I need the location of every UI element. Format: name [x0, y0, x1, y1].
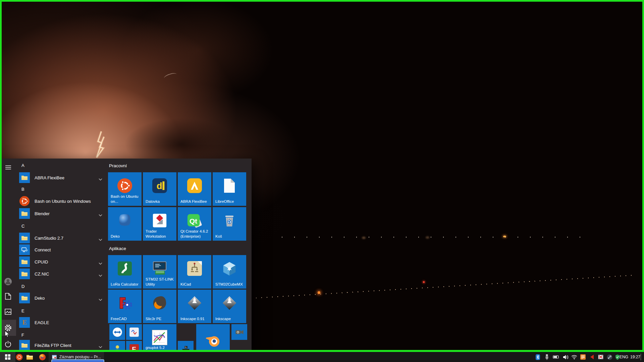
folder-icon — [19, 233, 30, 243]
language-indicator[interactable]: ENG — [618, 352, 630, 362]
app-list-item[interactable]: CZ.NIC — [19, 268, 103, 280]
firefox-icon — [39, 354, 46, 361]
chevron-down-icon[interactable] — [99, 272, 102, 278]
tile-camera[interactable] — [231, 324, 247, 340]
steam-icon — [607, 354, 612, 360]
pictures-icon — [5, 309, 11, 315]
chevron-down-icon[interactable] — [99, 260, 102, 266]
section-letter[interactable]: D — [21, 284, 35, 289]
user-icon — [4, 278, 12, 286]
pictures-button[interactable] — [0, 305, 16, 318]
tile-qt-creator[interactable]: Qt Qt Creator 4.6.2 (Enterprise) — [178, 207, 211, 241]
tile-group-title[interactable]: Aplikace — [109, 246, 126, 251]
tile-inkscape[interactable]: Inkscape — [213, 290, 246, 323]
tile-freecad[interactable]: FreeCAD — [108, 290, 142, 323]
tray-steam-button[interactable] — [606, 354, 612, 360]
camera-icon — [235, 328, 244, 336]
gnuplot-icon — [152, 330, 167, 345]
tray-safely-remove-button[interactable] — [544, 354, 550, 360]
tile-eagle-red[interactable]: E — [126, 341, 142, 350]
steps-recorder-window-edge[interactable] — [51, 359, 104, 362]
app-list-item[interactable]: Bash on Ubuntu on Windows — [19, 195, 103, 207]
tile-inkscape-091[interactable]: Inkscape 0.91 — [178, 290, 211, 323]
app-list-item[interactable]: CPUID — [19, 256, 103, 268]
section-letter[interactable]: A — [21, 163, 35, 168]
start-button[interactable] — [0, 352, 15, 362]
freecad-icon — [117, 296, 132, 310]
taskbar-firefox-button[interactable] — [39, 353, 46, 361]
tile-stm32cubemx[interactable]: STM32CubeMX — [213, 255, 246, 289]
app-list-item[interactable]: FileZilla FTP Client — [19, 339, 103, 350]
tray-volume-button[interactable] — [562, 354, 569, 360]
lightning-bolt — [91, 131, 111, 163]
tile-slic3r-pe[interactable]: Slic3r PE — [143, 290, 176, 323]
tile-libreoffice[interactable]: LibreOffice — [213, 172, 246, 206]
tray-battery-button[interactable] — [553, 354, 559, 360]
power-button[interactable] — [0, 337, 16, 350]
tile-datovka[interactable]: d Datovka — [143, 172, 176, 206]
taskbar-ubuntu-button[interactable] — [15, 353, 23, 361]
chevron-down-icon[interactable] — [99, 344, 102, 350]
tile-signal-app[interactable] — [126, 324, 142, 340]
svg-text:E: E — [132, 346, 136, 350]
contact-person-icon — [113, 344, 122, 350]
screen: A ABRA FlexiBee B Bash on Ubuntu on Wind… — [0, 0, 644, 362]
svg-text:Qt: Qt — [190, 217, 197, 225]
tile-stlink-utility[interactable]: STM32 ST-LINK Utility — [143, 255, 176, 289]
lora-calculator-icon — [118, 261, 132, 276]
folder-icon — [19, 256, 30, 267]
app-list-item[interactable]: Deko — [19, 292, 103, 304]
section-letter[interactable]: F — [21, 333, 35, 338]
stm32cubemx-icon — [222, 261, 237, 276]
tile-ship[interactable] — [178, 341, 194, 350]
app-list-item[interactable]: Connect — [19, 244, 103, 256]
app-list-item[interactable]: CamStudio 2.7 — [19, 232, 103, 244]
tile-abra-flexibee[interactable]: ABRA FlexiBee — [178, 172, 211, 206]
tile-gnuplot[interactable]: gnuplot 5.2 — [143, 324, 176, 350]
folder-icon — [19, 208, 30, 219]
app-list-item[interactable]: ABRA FlexiBee — [19, 172, 103, 184]
capture-border-left — [0, 0, 2, 352]
section-letter[interactable]: B — [21, 187, 35, 192]
tile-kicad[interactable]: KiCad — [178, 255, 211, 289]
user-button[interactable] — [0, 275, 16, 288]
hamburger-menu-button[interactable] — [0, 161, 16, 174]
tray-monitor-app-button[interactable] — [580, 354, 586, 360]
chevron-down-icon[interactable] — [99, 296, 102, 302]
ubuntu-logo-icon — [117, 178, 132, 193]
section-letter[interactable]: C — [21, 224, 35, 229]
tile-lora-calculator[interactable]: LoRa Calculator — [108, 255, 142, 289]
taskbar-file-explorer-button[interactable] — [26, 353, 33, 361]
tray-disconnected-drive-button[interactable] — [598, 354, 604, 360]
bluetooth-icon — [536, 354, 540, 360]
horizon-lights — [282, 237, 584, 238]
tile-contact[interactable] — [109, 341, 125, 350]
tray-red-cone-button[interactable] — [589, 354, 595, 360]
datovka-icon: d — [152, 178, 167, 193]
mouse-cursor — [5, 330, 10, 338]
tile-trader-workstation[interactable]: Trader Workstation — [143, 207, 176, 241]
tray-bluetooth-button[interactable] — [535, 354, 541, 360]
horizon-light-cluster — [503, 236, 506, 237]
tile-group-title[interactable]: Pracovní — [109, 163, 127, 168]
tile-blender[interactable] — [196, 324, 230, 350]
chevron-down-icon[interactable] — [99, 212, 102, 218]
section-letter[interactable]: E — [21, 308, 35, 313]
ubuntu-icon — [16, 354, 23, 361]
tray-wifi-button[interactable] — [571, 354, 577, 360]
chevron-down-icon[interactable] — [99, 236, 102, 242]
connect-icon — [19, 244, 30, 255]
tile-deko[interactable]: Deko — [108, 207, 142, 241]
app-list-item[interactable]: Blender — [19, 207, 103, 220]
clock[interactable]: 19:27 — [629, 352, 641, 362]
capture-border-right — [642, 0, 644, 352]
tile-bash-on-ubuntu[interactable]: Bash on Ubuntu on... — [108, 172, 142, 206]
chevron-down-icon[interactable] — [99, 176, 102, 182]
red-cone-icon — [590, 354, 594, 360]
monitor-app-icon — [580, 354, 586, 360]
tile-teamviewer[interactable] — [109, 324, 125, 340]
app-list-item[interactable]: E EAGLE — [19, 316, 103, 328]
documents-button[interactable] — [0, 290, 16, 303]
tile-kos[interactable]: Koš — [213, 207, 246, 241]
show-desktop-button[interactable] — [641, 352, 644, 362]
